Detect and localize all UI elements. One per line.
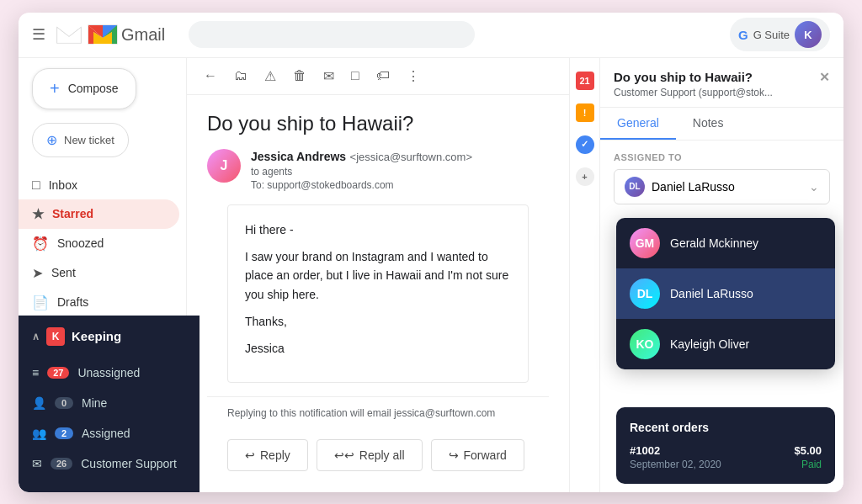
forward-button[interactable]: ↪ Forward [431,439,524,471]
archive-icon[interactable]: 🗂 [231,65,251,87]
mine-label: Mine [82,396,107,410]
gsuite-g-icon: G [738,28,748,42]
tab-general-label: General [617,116,659,130]
email-meta: J Jessica Andrews <jessica@surftown.com>… [207,149,549,191]
agent-dropdown: GM Gerald Mckinney DL Daniel LaRusso KO … [616,218,835,369]
snooze-icon[interactable]: □ [348,65,363,87]
agent-name-daniel: Daniel LaRusso [670,287,753,300]
reply-notification: Replying to this notification will email… [207,396,549,429]
sidebar-item-sent[interactable]: ➤ Sent [19,258,179,288]
report-icon[interactable]: ⚠ [261,65,279,88]
to-agents: to agents [251,166,549,178]
user-avatar[interactable]: K [795,21,822,48]
agent-item-daniel[interactable]: DL Daniel LaRusso [616,268,835,319]
snoozed-icon: ⏰ [32,236,49,252]
sidebar-item-snoozed[interactable]: ⏰ Snoozed [19,229,179,258]
to-field: To: support@stokedboards.com [251,179,549,191]
customer-support-icon: ✉ [32,457,42,470]
gmail-topbar: ☰ [19,13,843,58]
keeping-header: ∧ K Keeping [19,316,200,358]
reply-icon: ↩ [245,448,255,462]
gsuite-badge: G G Suite K [730,18,830,51]
status-dot-blue: ✓ [576,135,594,154]
order-date: September 02, 2020 [630,459,721,470]
email-toolbar: ← 🗂 ⚠ 🗑 ✉ □ 🏷 ⋮ [187,58,569,95]
body-line-1: Hi there - [245,220,511,239]
body-line-4: Jessica [245,339,511,358]
body-line-3: Thanks, [245,312,511,331]
sender-email: <jessica@surftown.com> [350,151,472,163]
assignee-name: Daniel LaRusso [652,180,735,194]
compose-button[interactable]: + Compose [32,68,136,109]
sidebar-item-inbox[interactable]: □ Inbox [19,171,179,199]
back-icon[interactable]: ← [200,65,221,87]
keeping-nav-unassigned[interactable]: ≡ 27 Unassigned [19,358,200,388]
email-subject: Do you ship to Hawaii? [207,112,549,135]
customer-support-badge: 26 [51,458,72,470]
agent-item-gerald[interactable]: GM Gerald Mckinney [616,218,835,268]
gmail-search [189,21,475,48]
forward-label: Forward [464,448,507,462]
delete-icon[interactable]: 🗑 [290,65,310,87]
keeping-right-panel: Do you ship to Hawaii? ✕ Customer Suppor… [599,58,843,492]
assigned-badge: 2 [55,427,73,439]
sidebar-item-starred[interactable]: ★ Starred [19,199,179,229]
sender-name: Jessica Andrews [251,150,346,163]
tab-general[interactable]: General [600,108,676,140]
reply-all-label: Reply all [359,448,405,462]
keeping-panel-tabs: General Notes [600,108,843,141]
more-icon[interactable]: ⋮ [403,65,423,88]
gmail-text: Gmail [121,25,165,45]
agent-item-kayleigh[interactable]: KO Kayleigh Oliver [616,319,835,369]
tab-notes[interactable]: Notes [676,108,741,140]
assigned-label: Assigned [82,427,130,440]
keeping-panel-subtitle: Customer Support (support@stok... [614,87,830,98]
gsuite-label: G Suite [753,29,790,41]
sidebar-item-drafts[interactable]: 📄 Drafts [19,288,179,317]
status-dot-plus[interactable]: + [576,167,594,186]
status-dot-red: 21 [576,72,594,90]
menu-icon[interactable]: ☰ [32,25,45,44]
starred-icon: ★ [32,206,44,222]
body-line-2: I saw your brand on Instagram and I want… [245,247,511,304]
status-indicators: 21 ! ✓ + [569,58,599,492]
new-ticket-plus-icon: ⊕ [46,132,57,148]
reply-all-button[interactable]: ↩↩ Reply all [317,439,423,471]
compose-label: Compose [68,82,119,95]
recent-orders-panel: Recent orders #1002 September 02, 2020 $… [616,407,835,484]
keeping-nav-customer-support[interactable]: ✉ 26 Customer Support [19,448,200,479]
assigned-icon: 👥 [32,427,46,440]
agent-name-kayleigh: Kayleigh Oliver [670,337,749,351]
email-actions: ↩ Reply ↩↩ Reply all ↪ Forward [207,429,549,488]
assigned-to-section: ASSIGNED TO DL Daniel LaRusso ⌄ [600,141,843,216]
order-item-1002: #1002 September 02, 2020 $5.00 Paid [630,444,822,470]
mine-icon: 👤 [32,396,46,410]
search-input[interactable] [189,21,475,48]
label-icon[interactable]: 🏷 [373,65,393,87]
recent-orders-title: Recent orders [630,421,822,434]
keeping-nav-mine[interactable]: 👤 0 Mine [19,388,200,418]
unassigned-icon: ≡ [32,366,39,379]
mark-read-icon[interactable]: ✉ [320,65,338,88]
gmail-logo: Gmail [56,21,165,48]
assignee-info: DL Daniel LaRusso [625,177,735,197]
sidebar-item-inbox-label: Inbox [49,178,77,192]
assigned-to-label: ASSIGNED TO [614,152,830,162]
keeping-brand-icon: K [46,327,65,346]
order-status: Paid [794,459,822,470]
reply-button[interactable]: ↩ Reply [227,439,308,471]
assignee-dropdown[interactable]: DL Daniel LaRusso ⌄ [614,169,830,204]
order-number: #1002 [630,444,721,457]
keeping-panel-close-icon[interactable]: ✕ [819,70,830,85]
sidebar-item-snoozed-label: Snoozed [57,236,104,250]
agent-avatar-daniel: DL [630,279,660,309]
chevron-down-icon: ⌄ [809,180,819,194]
reply-notification-text: Replying to this notification will email… [227,407,495,419]
compose-plus-icon: + [50,79,60,98]
keeping-chevron-icon[interactable]: ∧ [32,331,40,342]
order-amount: $5.00 [794,444,822,457]
keeping-nav-assigned[interactable]: 👥 2 Assigned [19,418,200,448]
agent-name-gerald: Gerald Mckinney [670,236,758,250]
agent-avatar-kayleigh: KO [630,329,660,359]
new-ticket-button[interactable]: ⊕ New ticket [32,123,129,157]
